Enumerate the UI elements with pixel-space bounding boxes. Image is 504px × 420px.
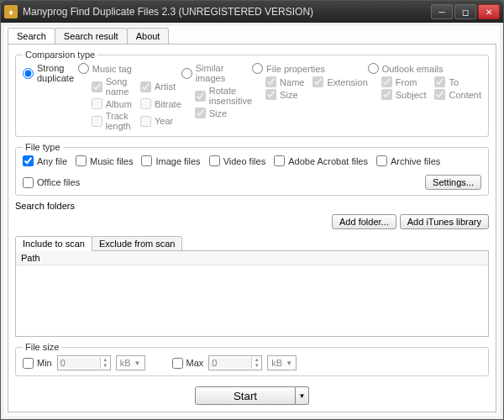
check-ol-subject[interactable]: Subject: [381, 89, 427, 100]
check-max-size[interactable]: Max: [172, 358, 204, 369]
content-area: Search Search result About Comparsion ty…: [4, 26, 500, 416]
tab-exclude-scan[interactable]: Exclude from scan: [92, 236, 182, 251]
check-any-file[interactable]: Any file: [23, 155, 67, 166]
check-fp-extension[interactable]: Extension: [312, 76, 367, 87]
radio-outlook-emails[interactable]: Outlook emails: [368, 63, 481, 74]
spin-down-icon[interactable]: ▼: [251, 363, 261, 369]
start-dropdown[interactable]: ▼: [296, 386, 309, 405]
filesize-legend: File size: [23, 342, 61, 352]
check-acrobat-files[interactable]: Adobe Acrobat files: [274, 155, 368, 166]
check-fp-size[interactable]: Size: [265, 89, 304, 100]
filetype-legend: File type: [23, 142, 63, 152]
tab-include-scan[interactable]: Include to scan: [15, 236, 92, 251]
check-music-files[interactable]: Music files: [76, 155, 133, 166]
filesize-group: File size Min ▲▼ kB▼ Max ▲▼ kB▼: [15, 342, 489, 376]
max-size-input[interactable]: ▲▼: [208, 355, 262, 370]
check-song-name[interactable]: Song name: [92, 76, 132, 97]
tab-search[interactable]: Search: [8, 28, 55, 44]
radio-file-properties[interactable]: File properties: [252, 63, 368, 74]
check-ol-to[interactable]: To: [434, 76, 481, 87]
check-min-size[interactable]: Min: [23, 358, 52, 369]
comparison-legend: Comparsion type: [23, 50, 97, 60]
app-icon: ♦: [4, 5, 18, 18]
radio-strong-duplicate[interactable]: Strong duplicate: [23, 63, 78, 83]
chevron-down-icon: ▼: [134, 360, 141, 367]
check-track-length[interactable]: Track length: [92, 111, 132, 131]
check-similar-size[interactable]: Size: [195, 108, 252, 118]
check-archive-files[interactable]: Archive files: [376, 155, 440, 166]
min-unit-select[interactable]: kB▼: [116, 355, 145, 370]
search-panel: Comparsion type Strong duplicate Music t…: [8, 44, 496, 412]
filetype-group: File type Any file Music files Image fil…: [15, 142, 489, 196]
check-artist[interactable]: Artist: [140, 76, 181, 97]
check-bitrate[interactable]: Bitrate: [140, 98, 181, 109]
tab-about[interactable]: About: [127, 28, 170, 44]
radio-music-tag[interactable]: Music tag: [78, 63, 181, 74]
check-ol-from[interactable]: From: [381, 76, 427, 87]
check-office-files[interactable]: Office files: [23, 177, 80, 188]
chevron-down-icon: ▼: [286, 360, 292, 367]
check-year[interactable]: Year: [140, 111, 181, 131]
check-image-files[interactable]: Image files: [141, 155, 200, 166]
min-size-input[interactable]: ▲▼: [57, 355, 111, 370]
maximize-button[interactable]: ◻: [454, 4, 476, 19]
minimize-button[interactable]: ─: [431, 4, 453, 19]
close-button[interactable]: ✕: [478, 4, 500, 19]
add-itunes-button[interactable]: Add iTunes library: [400, 214, 489, 229]
check-video-files[interactable]: Video files: [209, 155, 266, 166]
titlebar[interactable]: ♦ Manyprog Find Duplicate Files 2.3 (UNR…: [1, 1, 503, 23]
settings-button[interactable]: Settings...: [425, 175, 481, 190]
check-fp-name[interactable]: Name: [265, 76, 304, 87]
max-unit-select[interactable]: kB▼: [267, 355, 297, 370]
tab-search-result[interactable]: Search result: [55, 28, 128, 44]
search-folders-label: Search folders: [15, 201, 489, 211]
check-rotate-insensitive[interactable]: Rotate insensitive: [195, 86, 252, 106]
start-button[interactable]: Start: [195, 386, 296, 405]
path-list[interactable]: Path: [15, 250, 489, 337]
spin-down-icon[interactable]: ▼: [100, 363, 110, 369]
comparison-group: Comparsion type Strong duplicate Music t…: [15, 50, 489, 137]
main-tabs: Search Search result About: [4, 28, 500, 44]
window-title: Manyprog Find Duplicate Files 2.3 (UNREG…: [23, 6, 431, 18]
add-folder-button[interactable]: Add folder...: [332, 214, 396, 229]
check-ol-content[interactable]: Content: [434, 89, 481, 100]
app-window: ♦ Manyprog Find Duplicate Files 2.3 (UNR…: [0, 0, 504, 420]
check-album[interactable]: Album: [92, 98, 132, 109]
radio-similar-images[interactable]: Similar images: [181, 63, 252, 83]
path-column-header[interactable]: Path: [16, 251, 488, 265]
spin-up-icon[interactable]: ▲: [251, 357, 261, 363]
spin-up-icon[interactable]: ▲: [100, 357, 110, 363]
